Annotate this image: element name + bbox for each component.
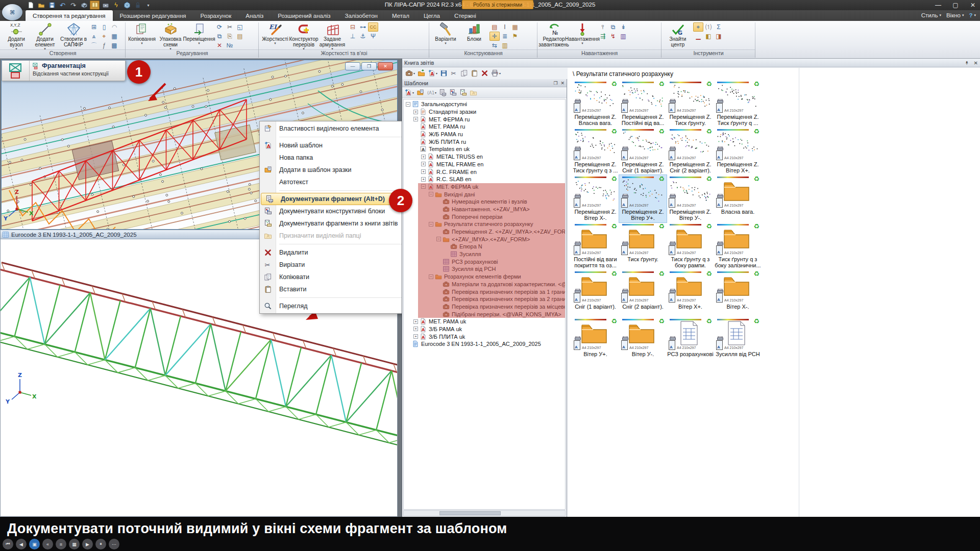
tab-5[interactable]: Розширений аналіз xyxy=(271,10,337,21)
tree-node[interactable]: +AЗ/Б ПЛИТА uk xyxy=(404,333,565,340)
erase-icon[interactable]: ✕ xyxy=(214,41,225,50)
tab-8[interactable]: Цегла xyxy=(416,10,447,21)
tree-expander[interactable]: + xyxy=(413,110,418,114)
refresh-icon[interactable]: ♻ xyxy=(753,175,760,183)
tree-node[interactable]: Навантаження. <+ZAV_IMYA> xyxy=(404,206,565,213)
rewind-icon[interactable]: « xyxy=(42,539,53,549)
menu-item-3[interactable]: AНовий шаблон xyxy=(260,139,413,152)
cut-icon[interactable]: ✂ xyxy=(449,68,459,78)
tree-expander[interactable]: + xyxy=(421,162,426,166)
button-sapfir[interactable]: Створити в САПФІР xyxy=(59,22,88,47)
play-icon[interactable]: ▶ xyxy=(82,539,93,549)
tree-node[interactable]: +AЗ/Б РАМА uk xyxy=(404,325,565,333)
brick-icon[interactable]: ▦ xyxy=(510,22,520,32)
stiffness-values-icon[interactable]: ⊟ xyxy=(348,22,358,32)
fragmentation-icon[interactable] xyxy=(2,61,30,81)
dome-icon[interactable]: ◠ xyxy=(109,22,119,32)
report-item[interactable]: ♻AA4 210x297Переміщення Z. Тиск ґрунту q… xyxy=(714,80,762,128)
report-item[interactable]: ♻AA4 210x297Власна вага. xyxy=(714,175,762,222)
refresh-icon[interactable]: ♻ xyxy=(611,317,617,325)
report-item[interactable]: ♻AA4 210x297Переміщення Z. Вітер X+. xyxy=(714,128,762,175)
button-loadsIcon[interactable]: Навантаження▾ xyxy=(568,22,597,45)
zoom-select-icon[interactable]: ◱ xyxy=(235,22,245,32)
frag-close-button[interactable]: ✕ xyxy=(378,62,393,70)
tree-node[interactable]: −<+ZAV_IMYA>.<+ZAV_FORM> xyxy=(404,235,565,243)
tree-expander[interactable]: − xyxy=(436,237,441,241)
brand-icon[interactable]: ▣ xyxy=(29,539,40,549)
tree-expander[interactable]: + xyxy=(413,319,418,324)
report-item[interactable]: ♻AA4 210x297Вітер X-. xyxy=(714,270,762,317)
restart-icon[interactable]: ⏮ xyxy=(3,539,13,549)
tree-expander[interactable]: + xyxy=(413,334,418,339)
tree-node[interactable]: AЖ/Б ПЛИТА ru xyxy=(404,138,565,145)
tree-node[interactable]: Нумерація елементів і вузлів xyxy=(404,198,565,206)
new-template-icon[interactable]: A▾ xyxy=(403,88,415,97)
report-item[interactable]: ♻AA4 210x297Постійні від ваги покриття т… xyxy=(572,222,619,270)
refresh-icon[interactable]: ♻ xyxy=(611,270,617,278)
tab-3[interactable]: Розрахунок xyxy=(193,10,238,21)
menu-стиль[interactable]: Стиль▾ xyxy=(921,12,941,18)
doc-book-icon[interactable] xyxy=(458,88,468,97)
refresh-icon[interactable]: ♻ xyxy=(706,222,712,230)
tree-node[interactable]: −AМЕТ. ФЕРМА uk xyxy=(404,183,565,191)
report-item[interactable]: ♻AA4 210x297Тиск ґрунту q з боку залізни… xyxy=(714,222,762,270)
help-menu[interactable]: ?▾ xyxy=(969,12,976,18)
menu-вікно[interactable]: Вікно▾ xyxy=(946,12,964,18)
refresh-icon[interactable]: ♻ xyxy=(753,317,760,325)
refresh-icon[interactable]: ♻ xyxy=(658,270,665,278)
column-icon[interactable]: ▯ xyxy=(99,22,109,32)
palette-icon[interactable]: ◧ xyxy=(703,32,714,41)
menu-item-15[interactable]: Копіювати xyxy=(260,271,413,283)
tab-2[interactable]: Розширене редагування xyxy=(113,10,193,21)
close-button[interactable]: ✕ xyxy=(968,2,978,9)
frame-icon[interactable]: ⊞ xyxy=(89,22,99,32)
doc-blocks-icon[interactable] xyxy=(448,88,458,97)
tree-node[interactable]: AЖ/Б РАМА ru xyxy=(404,131,565,138)
tree-expander[interactable]: + xyxy=(421,177,426,182)
tree-horizontal-scrollbar[interactable] xyxy=(403,510,566,516)
menu-item-13[interactable]: Видалити xyxy=(260,246,413,259)
refresh-icon[interactable]: ♻ xyxy=(753,270,760,278)
tab-9[interactable]: Стержні xyxy=(447,10,483,21)
line-load-icon[interactable]: ↡ xyxy=(618,22,628,32)
tree-node[interactable]: Переміщення Z. <+ZAV_IMYA>.<+ZAV_FORM> xyxy=(404,228,565,236)
menu-item-10[interactable]: Документувати фрагменти з книги звітів xyxy=(260,217,413,230)
tree-expander[interactable]: + xyxy=(413,327,418,331)
report-item[interactable]: ♻AA4 210x297Переміщення Z. Вітер У+. xyxy=(619,175,667,222)
copy-loads-icon[interactable]: ⧉ xyxy=(608,22,618,32)
app-menu-button[interactable]: ⌘ xyxy=(2,4,22,20)
tree-node[interactable]: Зусилля xyxy=(404,251,565,258)
button-copyBig[interactable]: Копіювання▾ xyxy=(128,22,156,45)
refresh-icon[interactable]: ♻ xyxy=(658,222,665,230)
tree-expander[interactable]: − xyxy=(406,102,410,107)
report-item[interactable]: ♻AA4 210x297Сніг (1 варіант). xyxy=(572,270,619,317)
refresh-icon[interactable]: ♻ xyxy=(658,317,665,325)
tree-node[interactable]: Eurocode 3 EN 1993-1-1_2005_AC_2009_2025 xyxy=(404,340,565,348)
refresh-icon[interactable]: ♻ xyxy=(753,222,760,230)
tree-expander[interactable]: − xyxy=(429,222,433,227)
tree-expander[interactable]: + xyxy=(421,155,426,159)
tree-node[interactable]: +AМЕТ. ФЕРМА ru xyxy=(404,115,565,123)
button-hammer[interactable]: Варіанти▾ xyxy=(431,22,460,45)
new-report-icon[interactable]: A▾ xyxy=(427,68,438,78)
wind-load-icon[interactable]: ⇶ xyxy=(598,32,608,41)
refresh-icon[interactable]: ♻ xyxy=(706,317,712,325)
node-load-icon[interactable]: ⫯ xyxy=(598,22,608,32)
dynamic-load-icon[interactable]: ↯ xyxy=(608,32,618,41)
tree-expander[interactable]: − xyxy=(421,184,426,189)
frames-icon[interactable]: ▦ xyxy=(69,539,80,549)
copy-icon[interactable] xyxy=(459,68,469,78)
button-addNode[interactable]: X,Y,ZДодати вузол▾ xyxy=(2,22,31,51)
menu-item-9[interactable]: Документувати конструктивні блоки xyxy=(260,205,413,217)
tree-node[interactable]: +AR.C. FRAME en xyxy=(404,168,565,176)
menu-item-5[interactable]: Додати в шаблон зразки xyxy=(260,164,413,176)
renumber-icon[interactable]: № xyxy=(225,41,235,50)
snapshot-camera-icon[interactable]: ▾ xyxy=(404,68,416,78)
block-table-icon[interactable]: ▥ xyxy=(500,41,510,50)
tree-node[interactable]: РСЗ розрахункові xyxy=(404,258,565,265)
autotext-icon[interactable]: (А1)▾ xyxy=(426,88,437,97)
report-item[interactable]: ♻AA4 210x297Вітер X+. xyxy=(667,270,714,317)
templates-close-icon[interactable]: ✕ xyxy=(560,81,565,86)
report-item[interactable]: ♻AA4 210x297Переміщення Z. Власна вага. xyxy=(572,80,619,128)
menu-item-6[interactable]: Автотекст▶ xyxy=(260,176,413,188)
